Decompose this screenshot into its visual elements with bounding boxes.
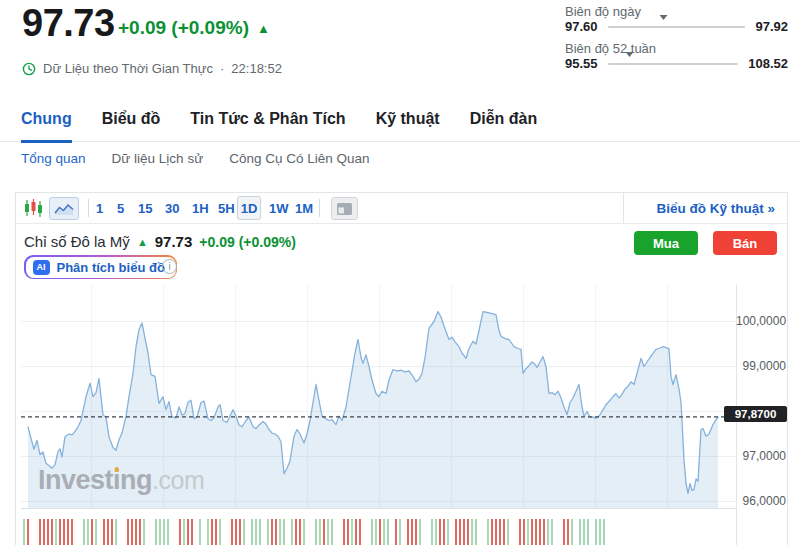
timeframe-1w[interactable]: 1W [269, 193, 289, 223]
timeframe-1[interactable]: 1 [96, 193, 103, 223]
subtab-cong-cu-lien-quan[interactable]: Công Cụ Có Liên Quan [229, 151, 369, 166]
volume-gap [171, 519, 173, 545]
volume-bar-down [379, 519, 381, 545]
volume-bar-down [347, 519, 349, 545]
timeframe-15[interactable]: 15 [138, 193, 152, 223]
volume-bar-down [443, 519, 445, 545]
volume-gap [575, 519, 577, 545]
volume-gap [35, 519, 37, 545]
timeframe-30[interactable]: 30 [165, 193, 179, 223]
tab-dien-dan[interactable]: Diễn đàn [470, 110, 538, 140]
price-area-chart[interactable] [16, 281, 788, 545]
volume-gap [511, 519, 513, 545]
volume-gap [195, 519, 197, 545]
volume-bar-down [103, 519, 105, 545]
volume-bar-up [579, 519, 581, 545]
volume-bar-up [599, 519, 601, 545]
main-tabs: Chung Biểu đồ Tin Tức & Phân Tích Kỹ thu… [0, 104, 800, 142]
ai-chart-analysis-button[interactable]: AI Phân tích biểu đồ [24, 255, 177, 279]
volume-bar-down [467, 519, 469, 545]
volume-bar-down [563, 519, 565, 545]
day-range-high: 97.92 [755, 19, 788, 34]
info-icon[interactable]: i [162, 259, 177, 274]
timeframe-5h[interactable]: 5H [218, 193, 235, 223]
events-panel-button[interactable] [331, 197, 358, 220]
volume-bar-down [531, 519, 533, 545]
volume-bar-up [435, 519, 437, 545]
volume-bar-up [351, 519, 353, 545]
clock-icon [22, 62, 36, 76]
week52-range-track[interactable] [608, 63, 739, 65]
volume-bars[interactable] [23, 519, 623, 545]
volume-bar-up [279, 519, 281, 545]
sell-button[interactable]: Bán [713, 231, 777, 255]
day-range-label: Biên độ ngày [565, 4, 641, 19]
technical-chart-link[interactable]: Biểu đồ Kỹ thuật » [656, 193, 775, 223]
volume-gap [339, 519, 341, 545]
area-chart-type-button[interactable] [49, 197, 79, 220]
timeframe-1h[interactable]: 1H [192, 193, 209, 223]
volume-bar-down [567, 519, 569, 545]
volume-bar-up [283, 519, 285, 545]
timeframe-1m[interactable]: 1M [295, 193, 313, 223]
volume-bar-down [495, 519, 497, 545]
candlestick-chart-icon[interactable] [24, 193, 43, 223]
week52-range-label: Biên độ 52 tuần [565, 41, 656, 56]
y-axis-tick: 99,0000 [736, 359, 786, 375]
volume-gap [555, 519, 557, 545]
volume-bar-down [71, 519, 73, 545]
volume-bar-down [127, 519, 129, 545]
volume-bar-down [107, 519, 109, 545]
volume-gap [311, 519, 313, 545]
volume-bar-up [115, 519, 117, 545]
buy-button[interactable]: Mua [634, 231, 698, 255]
volume-bar-down [519, 519, 521, 545]
volume-bar-up [259, 519, 261, 545]
volume-bar-down [503, 519, 505, 545]
volume-bar-up [595, 519, 597, 545]
tab-bieu-do[interactable]: Biểu đồ [102, 110, 161, 140]
volume-bar-down [67, 519, 69, 545]
volume-gap [307, 519, 309, 545]
volume-bar-down [39, 519, 41, 545]
volume-gap [451, 519, 453, 545]
volume-bar-down [523, 519, 525, 545]
volume-bar-down [211, 519, 213, 545]
volume-gap [203, 519, 205, 545]
day-range-track[interactable] [608, 26, 746, 28]
volume-gap [427, 519, 429, 545]
volume-bar-up [587, 519, 589, 545]
tab-tin-tuc-phan-tich[interactable]: Tin Tức & Phân Tích [190, 110, 345, 140]
volume-bar-up [251, 519, 253, 545]
sub-tabs: Tổng quan Dữ liệu Lịch sử Công Cụ Có Liê… [21, 151, 370, 166]
chart-change: +0.09 (+0.09%) [199, 234, 296, 250]
chart-toolbar: 1 5 15 30 1H 5H 1D 1W 1M Biểu đồ Kỹ thuậ… [16, 193, 787, 224]
week52-range-low: 95.55 [565, 56, 598, 71]
timeframe-1d-active[interactable]: 1D [237, 196, 261, 220]
volume-bar-up [319, 519, 321, 545]
tab-ky-thuat[interactable]: Kỹ thuật [376, 110, 440, 140]
volume-gap [175, 519, 177, 545]
realtime-row: Dữ Liệu theo Thời Gian Thực · 22:18:52 [22, 61, 282, 76]
volume-bar-up [375, 519, 377, 545]
volume-bar-down [491, 519, 493, 545]
volume-bar-up [303, 519, 305, 545]
volume-bar-down [323, 519, 325, 545]
volume-bar-up [471, 519, 473, 545]
tab-chung[interactable]: Chung [21, 110, 72, 143]
volume-bar-up [23, 519, 25, 545]
price-change-row: +0.09 (+0.09%) ▲ [118, 17, 270, 39]
toolbar-divider [623, 193, 624, 223]
investing-watermark: Investing.com [38, 465, 204, 496]
volume-bar-down [187, 519, 189, 545]
subtab-tong-quan[interactable]: Tổng quan [21, 151, 86, 166]
volume-bar-up [95, 519, 97, 545]
volume-gap [591, 519, 593, 545]
volume-gap [227, 519, 229, 545]
day-range: 97.60 97.92 [565, 19, 788, 34]
timeframe-5[interactable]: 5 [117, 193, 124, 223]
volume-bar-up [507, 519, 509, 545]
subtab-du-lieu-lich-su[interactable]: Dữ liệu Lịch sử [112, 151, 204, 166]
volume-bar-up [55, 519, 57, 545]
volume-gap [223, 519, 225, 545]
